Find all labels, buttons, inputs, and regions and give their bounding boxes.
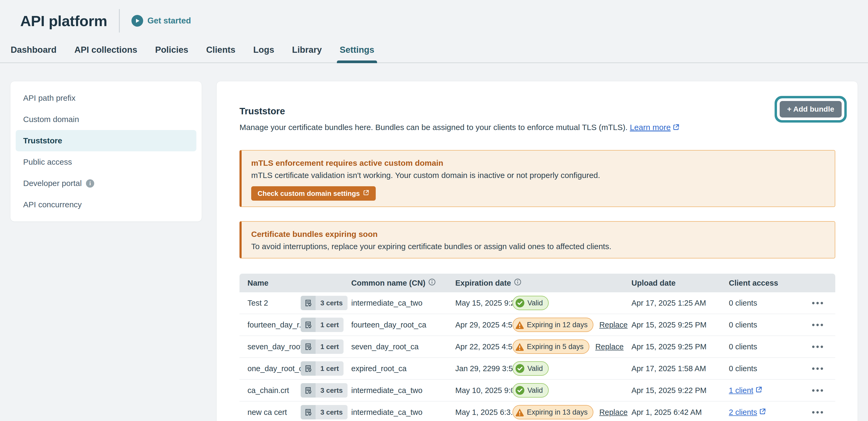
get-started-link[interactable]: Get started <box>131 15 191 27</box>
banner-title: mTLS enforcement requires active custom … <box>251 159 824 168</box>
sidebar-item-custom-domain[interactable]: Custom domain <box>16 109 196 130</box>
col-header-upload-date: Upload date <box>623 279 721 287</box>
page-title: API platform <box>20 12 107 30</box>
bundle-name-cell: fourteen_day_r... 1 cert <box>240 318 343 332</box>
common-name-cell: intermediate_ca_two <box>343 299 447 308</box>
client-access-cell: 0 clients <box>721 342 804 351</box>
bundle-name: ca_chain.crt <box>247 386 301 395</box>
status-badge: Valid <box>513 383 549 397</box>
col-header-name: Name <box>240 279 343 287</box>
tab-settings[interactable]: Settings <box>339 43 375 62</box>
status-badge: Expiring in 13 days <box>513 405 593 419</box>
sidebar-item-developer-portal[interactable]: Developer portal i <box>16 173 196 194</box>
client-access-cell: 2 clients <box>721 408 804 417</box>
check-custom-domain-button[interactable]: Check custom domain settings <box>251 186 376 201</box>
upload-date-cell: Apr 15, 2025 9:25 PM <box>623 342 721 351</box>
cert-count-badge: 1 cert <box>301 339 344 354</box>
sidebar-item-api-concurrency[interactable]: API concurrency <box>16 194 196 215</box>
settings-sidebar: API path prefix Custom domain Truststore… <box>10 81 202 222</box>
expiration-date: May 1, 2025 6:3... <box>455 408 513 417</box>
bundle-name: fourteen_day_r... <box>247 320 301 329</box>
common-name-cell: fourteen_day_root_ca <box>343 320 447 329</box>
bundle-name: seven_day_root... <box>247 342 301 351</box>
external-link-icon <box>673 123 680 133</box>
tab-api-collections[interactable]: API collections <box>74 43 138 62</box>
table-row: ca_chain.crt 3 certs intermediate_ca_two… <box>240 380 835 401</box>
common-name-cell: expired_root_ca <box>343 364 447 373</box>
cert-count-label: 3 certs <box>316 383 347 397</box>
expiration-date: Apr 29, 2025 4:5... <box>455 320 513 329</box>
row-menu-button[interactable] <box>809 365 826 372</box>
upload-date-cell: Apr 1, 2025 6:42 AM <box>623 408 721 417</box>
status-badge: Valid <box>513 361 549 376</box>
section-title: Truststore <box>240 106 835 116</box>
row-menu-button[interactable] <box>809 409 826 416</box>
tab-logs[interactable]: Logs <box>253 43 275 62</box>
row-actions-cell <box>804 365 835 372</box>
sidebar-item-label: Truststore <box>23 136 62 145</box>
client-access-cell: 1 client <box>721 386 804 395</box>
get-started-label: Get started <box>147 16 191 26</box>
certificate-icon <box>301 361 316 376</box>
status-badge: Valid <box>513 296 549 310</box>
row-menu-button[interactable] <box>809 343 826 350</box>
sidebar-item-truststore[interactable]: Truststore <box>16 130 196 151</box>
upload-date-cell: Apr 15, 2025 9:22 PM <box>623 386 721 395</box>
tab-dashboard[interactable]: Dashboard <box>10 43 57 62</box>
row-menu-button[interactable] <box>809 321 826 329</box>
table-row: fourteen_day_r... 1 cert fourteen_day_ro… <box>240 314 835 336</box>
check-circle-icon <box>515 364 525 373</box>
sidebar-item-public-access[interactable]: Public access <box>16 151 196 173</box>
cert-count-badge: 1 cert <box>301 361 344 376</box>
table-row: new ca cert 3 certs intermediate_ca_two … <box>240 401 835 421</box>
client-access-cell: 0 clients <box>721 299 804 308</box>
replace-link[interactable]: Replace <box>595 342 623 351</box>
tab-policies[interactable]: Policies <box>155 43 189 62</box>
info-icon[interactable] <box>428 278 436 288</box>
cert-count-label: 1 cert <box>316 318 344 332</box>
client-access-cell: 0 clients <box>721 364 804 373</box>
add-bundle-button[interactable]: + Add bundle <box>780 101 842 117</box>
cert-count-badge: 3 certs <box>301 405 347 419</box>
cert-count-badge: 1 cert <box>301 318 344 332</box>
expiration-date: May 15, 2025 9:24 PM <box>455 299 513 308</box>
clients-link[interactable]: 2 clients <box>729 408 757 417</box>
col-header-expiration-date: Expiration date <box>447 278 623 288</box>
app-header: API platform Get started <box>0 0 868 31</box>
tab-clients[interactable]: Clients <box>206 43 236 62</box>
table-header-row: Name Common name (CN) Expiration date Up… <box>240 274 835 292</box>
certificate-icon <box>301 318 316 332</box>
bundle-name-cell: new ca cert 3 certs <box>240 405 343 419</box>
row-actions-cell <box>804 343 835 350</box>
common-name-cell: intermediate_ca_two <box>343 386 447 395</box>
row-actions-cell <box>804 321 835 329</box>
expiration-cell: Jan 29, 2299 3:55 PM Valid <box>447 361 623 376</box>
common-name-cell: seven_day_root_ca <box>343 342 447 351</box>
certificate-icon <box>301 339 316 354</box>
certificate-icon <box>301 383 316 397</box>
section-description: Manage your certificate bundles here. Bu… <box>240 123 835 133</box>
external-link-icon <box>755 386 762 395</box>
truststore-panel: + Add bundle Truststore Manage your cert… <box>216 81 858 421</box>
tab-library[interactable]: Library <box>292 43 322 62</box>
cert-count-label: 1 cert <box>316 361 344 376</box>
play-icon <box>131 15 143 27</box>
upload-date-cell: Apr 17, 2025 1:58 AM <box>623 364 721 373</box>
sidebar-item-label: Developer portal <box>23 179 82 188</box>
expiration-date: May 10, 2025 9:03 PM <box>455 386 513 395</box>
warning-icon <box>515 408 524 417</box>
row-menu-button[interactable] <box>809 299 826 307</box>
info-icon[interactable]: i <box>86 179 94 188</box>
clients-link[interactable]: 1 client <box>729 386 753 395</box>
learn-more-link[interactable]: Learn more <box>630 123 671 132</box>
expiration-cell: May 10, 2025 9:03 PM Valid <box>447 383 623 397</box>
certificate-icon <box>301 296 316 310</box>
info-icon[interactable] <box>514 278 522 288</box>
table-row: Test 2 3 certs intermediate_ca_two May 1… <box>240 292 835 314</box>
bundle-name: Test 2 <box>247 299 301 308</box>
expiration-date: Apr 22, 2025 4:55... <box>455 342 513 351</box>
sidebar-item-api-path-prefix[interactable]: API path prefix <box>16 87 196 109</box>
row-menu-button[interactable] <box>809 387 826 394</box>
sidebar-item-label: API concurrency <box>23 200 82 209</box>
warning-icon <box>515 320 524 329</box>
